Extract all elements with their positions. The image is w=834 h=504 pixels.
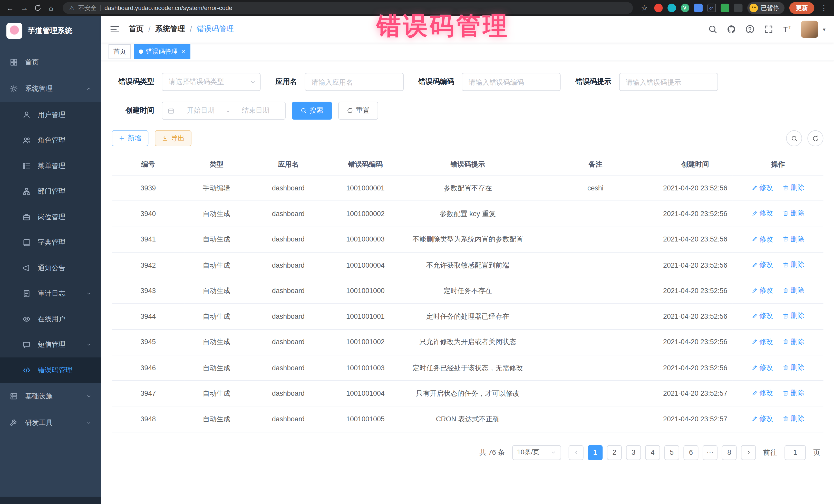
delete-link[interactable]: 删除 [783,388,805,398]
sidebar-item-online[interactable]: 在线用户 [0,306,101,332]
error-code-input[interactable] [462,73,561,91]
profile-paused-badge[interactable]: 已暂停 [747,2,785,14]
sidebar-item-notice[interactable]: 通知公告 [0,255,101,281]
main-area: 首页 / 系统管理 / 错误码管理 TT ▾ [101,16,834,504]
page-more-button[interactable]: ··· [703,445,718,460]
breadcrumb-home[interactable]: 首页 [129,24,144,34]
bookmark-star-icon[interactable]: ☆ [639,4,649,12]
cell-remark: ceshi [533,175,658,201]
help-icon[interactable] [745,24,755,34]
fullscreen-icon[interactable] [764,24,773,34]
menu-icon [9,392,18,400]
app-logo[interactable]: 芋道管理系统 [0,16,101,46]
page-button-4[interactable]: 4 [645,445,660,460]
prev-page-button[interactable] [569,445,584,460]
sidebar-item-error-code[interactable]: 错误码管理 [0,357,101,383]
sidebar-item-role[interactable]: 角色管理 [0,128,101,153]
sidebar-item-tool[interactable]: 研发工具 [0,410,101,436]
close-icon[interactable]: × [181,48,185,56]
extension-leaf-icon[interactable] [720,4,729,12]
tab-home[interactable]: 首页 [109,44,131,59]
delete-link[interactable]: 删除 [783,259,805,270]
sidebar-item-gear[interactable]: 系统管理 [0,75,101,102]
add-button[interactable]: 新增 [112,130,148,146]
edit-link[interactable]: 修改 [751,311,773,321]
delete-link[interactable]: 删除 [783,285,805,295]
menu-icon [22,264,31,272]
search-icon[interactable] [708,24,718,34]
sidebar-item-dashboard[interactable]: 首页 [0,49,101,76]
trash-icon [783,210,789,217]
edit-link[interactable]: 修改 [751,234,773,244]
create-time-range-picker[interactable]: 开始日期 - 结束日期 [162,102,286,119]
sidebar-item-post[interactable]: 岗位管理 [0,204,101,230]
search-button[interactable]: 搜索 [292,102,332,119]
edit-link[interactable]: 修改 [751,208,773,218]
breadcrumb-system[interactable]: 系统管理 [155,24,185,34]
table-row: 3946 自动生成 dashboard 1001001003 定时任务已经处于该… [112,355,823,380]
goto-page-input[interactable] [785,445,806,460]
font-size-icon[interactable]: TT [783,24,792,34]
address-bar[interactable]: ⚠ 不安全 dashboard.yudao.iocoder.cn/system/… [63,2,633,14]
edit-link[interactable]: 修改 [751,336,773,347]
sidebar-item-dict[interactable]: 字典管理 [0,230,101,255]
table-row: 3942 自动生成 dashboard 1001000004 不允许获取敏感配置… [112,252,823,278]
sidebar-item-dept[interactable]: 部门管理 [0,179,101,204]
edit-link[interactable]: 修改 [751,182,773,193]
update-button[interactable]: 更新 [789,2,814,14]
error-message-input[interactable] [619,73,718,91]
reset-button[interactable]: 重置 [338,102,378,119]
toggle-search-button[interactable] [786,130,802,146]
sidebar-item-infra[interactable]: 基础设施 [0,383,101,410]
back-icon[interactable]: ← [5,4,15,12]
edit-link[interactable]: 修改 [751,362,773,372]
page-button-6[interactable]: 6 [683,445,698,460]
page-button-3[interactable]: 3 [626,445,641,460]
delete-link[interactable]: 删除 [783,336,805,347]
delete-link[interactable]: 删除 [783,182,805,193]
page-button-2[interactable]: 2 [607,445,622,460]
avatar-caret-icon[interactable]: ▾ [823,26,825,32]
extension-drop-icon[interactable] [667,4,676,12]
cell-create-time: 2021-04-20 23:52:56 [658,355,732,380]
refresh-table-button[interactable] [807,130,823,146]
plus-icon [118,135,125,141]
edit-link[interactable]: 修改 [751,285,773,295]
page-size-select[interactable]: 10条/页 [512,445,561,460]
delete-link[interactable]: 删除 [783,208,805,218]
github-icon[interactable] [726,24,736,34]
home-icon[interactable]: ⌂ [46,4,56,12]
edit-link[interactable]: 修改 [751,388,773,398]
tab-error-code[interactable]: 错误码管理 × [134,44,190,59]
user-avatar[interactable] [801,21,818,38]
extension-grid-icon[interactable] [694,4,702,12]
edit-link[interactable]: 修改 [751,259,773,270]
sidebar-item-sms[interactable]: 短信管理 [0,332,101,357]
extension-record-icon[interactable] [654,4,662,12]
cell-id: 3940 [112,201,184,226]
next-page-button[interactable] [741,445,756,460]
page-button-1[interactable]: 1 [588,445,602,460]
kebab-menu-icon[interactable]: ⋮ [819,4,829,12]
sidebar-item-user[interactable]: 用户管理 [0,102,101,128]
sidebar-item-menu[interactable]: 菜单管理 [0,153,101,179]
reload-icon[interactable] [34,4,42,12]
page-button-5[interactable]: 5 [664,445,679,460]
forward-icon[interactable]: → [20,4,29,12]
delete-link[interactable]: 删除 [783,362,805,372]
extensions-puzzle-icon[interactable] [734,4,742,12]
export-button[interactable]: 导出 [155,130,192,146]
delete-link[interactable]: 删除 [783,311,805,321]
delete-link[interactable]: 删除 [783,234,805,244]
edit-link[interactable]: 修改 [751,413,773,424]
app-name-input[interactable] [305,73,404,91]
extension-switch-icon[interactable] [707,4,716,12]
hamburger-icon[interactable] [110,24,120,35]
menu-icon [9,85,18,93]
sidebar-item-log[interactable]: 审计日志 [0,281,101,306]
delete-link[interactable]: 删除 [783,413,805,424]
menu-icon [22,162,31,170]
page-button-8[interactable]: 8 [722,445,737,460]
extension-vue-devtools-icon[interactable] [681,4,689,12]
error-type-select[interactable]: 请选择错误码类型 [162,73,261,91]
